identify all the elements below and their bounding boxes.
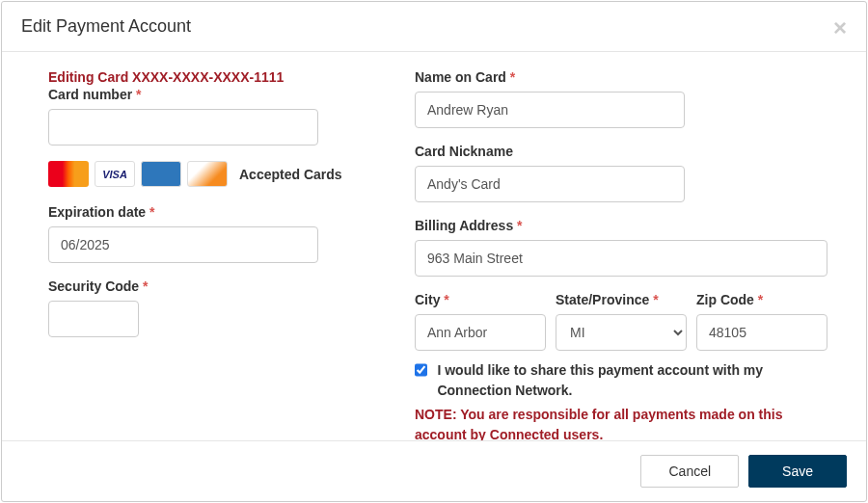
billing-address-label: Billing Address *	[415, 218, 827, 233]
state-select[interactable]: MI	[556, 314, 687, 351]
share-note: NOTE: You are responsible for all paymen…	[415, 405, 827, 440]
name-on-card-label: Name on Card *	[415, 69, 827, 85]
amex-icon	[141, 161, 181, 187]
share-checkbox[interactable]	[415, 362, 427, 378]
card-number-label-text: Card number	[48, 87, 132, 102]
billing-address-label-text: Billing Address	[415, 218, 513, 233]
close-button[interactable]: ×	[833, 16, 847, 40]
editing-card-subtitle: Editing Card XXXX-XXXX-XXXX-1111	[48, 69, 366, 85]
modal-header: Edit Payment Account ×	[2, 2, 866, 52]
zip-input[interactable]	[696, 314, 827, 351]
mastercard-icon	[48, 161, 89, 187]
state-label-text: State/Province	[556, 292, 649, 307]
required-marker: *	[149, 204, 154, 220]
required-marker: *	[136, 87, 141, 102]
visa-icon: VISA	[95, 161, 135, 187]
name-on-card-input[interactable]	[415, 92, 685, 128]
security-code-label-text: Security Code	[48, 278, 139, 294]
modal-body[interactable]: Editing Card XXXX-XXXX-XXXX-1111 Card nu…	[2, 52, 866, 440]
security-code-label: Security Code *	[48, 278, 366, 294]
required-marker: *	[510, 69, 515, 85]
expiration-input[interactable]	[48, 226, 318, 263]
expiration-label-text: Expiration date	[48, 204, 146, 220]
accepted-cards-row: VISA Accepted Cards	[48, 161, 366, 187]
required-marker: *	[143, 278, 148, 294]
accepted-cards-label: Accepted Cards	[239, 167, 342, 182]
edit-payment-modal: Edit Payment Account × Editing Card XXXX…	[1, 1, 867, 502]
name-on-card-label-text: Name on Card	[415, 69, 506, 85]
zip-label-text: Zip Code	[696, 292, 754, 307]
share-checkbox-label[interactable]: I would like to share this payment accou…	[437, 360, 827, 401]
required-marker: *	[653, 292, 658, 307]
card-number-label: Card number *	[48, 87, 366, 102]
card-nickname-label: Card Nickname	[415, 144, 827, 159]
card-nickname-input[interactable]	[415, 166, 685, 202]
zip-label: Zip Code *	[696, 292, 827, 307]
cancel-button[interactable]: Cancel	[640, 455, 739, 488]
state-label: State/Province *	[556, 292, 687, 307]
required-marker: *	[444, 292, 448, 307]
save-button[interactable]: Save	[748, 455, 847, 488]
modal-footer: Cancel Save	[2, 440, 866, 501]
discover-icon	[187, 161, 228, 187]
city-label-text: City	[415, 292, 440, 307]
city-input[interactable]	[415, 314, 546, 351]
billing-address-input[interactable]	[415, 240, 827, 277]
modal-title: Edit Payment Account	[21, 16, 191, 37]
required-marker: *	[517, 218, 522, 233]
expiration-label: Expiration date *	[48, 204, 366, 220]
card-number-input[interactable]	[48, 109, 318, 146]
required-marker: *	[758, 292, 763, 307]
city-label: City *	[415, 292, 546, 307]
security-code-input[interactable]	[48, 301, 139, 337]
